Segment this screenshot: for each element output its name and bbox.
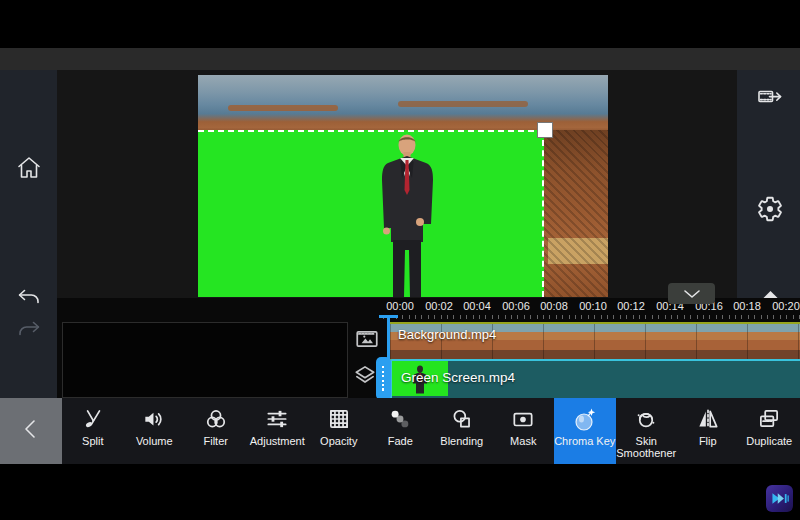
ruler-label: 00:12 xyxy=(612,300,650,312)
toolbar-flip-button[interactable]: Flip xyxy=(677,398,739,464)
ruler-label: 00:04 xyxy=(458,300,496,312)
skin-smoothener-icon xyxy=(633,406,659,436)
ruler-label: 00:20 xyxy=(767,300,800,312)
toolbar-duplicate-button[interactable]: Duplicate xyxy=(739,398,800,464)
home-button[interactable] xyxy=(0,148,57,192)
left-sidebar xyxy=(0,70,57,398)
toolbar-opacity-button[interactable]: Opacity xyxy=(308,398,370,464)
toolbar-split-button[interactable]: Split xyxy=(62,398,124,464)
toolbar-fade-button[interactable]: Fade xyxy=(370,398,432,464)
settings-button[interactable] xyxy=(740,191,800,231)
right-sidebar xyxy=(737,70,800,298)
toolbar-filter-button[interactable]: Filter xyxy=(185,398,247,464)
redo-button[interactable] xyxy=(0,310,57,354)
video-preview[interactable] xyxy=(198,75,608,297)
toolbar-label: Mask xyxy=(493,435,555,447)
edit-toolbar: Split Volume Filter Adjustment Opacity xyxy=(62,398,800,464)
toolbar-label: Split xyxy=(62,435,124,447)
venice-island xyxy=(228,105,338,111)
toolbar-label: Fade xyxy=(370,435,432,447)
redo-icon xyxy=(15,316,43,348)
film-photo-icon xyxy=(354,326,380,356)
home-icon xyxy=(14,153,44,187)
green-screen-person xyxy=(374,132,440,297)
toolbar-blending-button[interactable]: Blending xyxy=(431,398,493,464)
back-button[interactable] xyxy=(0,398,62,464)
ruler-label: 00:08 xyxy=(535,300,573,312)
toolbar-label: Skin Smoothener xyxy=(616,435,678,459)
timeline-ruler-ticks xyxy=(383,315,800,319)
duplicate-icon xyxy=(756,406,782,436)
toolbar-skin-smoothener-button[interactable]: Skin Smoothener xyxy=(616,398,678,464)
ruler-label: 00:06 xyxy=(497,300,535,312)
toolbar-label: Opacity xyxy=(308,435,370,447)
selection-resize-handle[interactable] xyxy=(537,122,553,138)
mask-icon xyxy=(510,406,536,436)
collapse-preview-button[interactable] xyxy=(668,283,715,304)
clip-background-mp4[interactable]: Background.mp4 xyxy=(390,322,800,361)
layers-icon xyxy=(352,362,378,392)
green-screen-overlay-selection[interactable] xyxy=(198,130,544,297)
toolbar-label: Blending xyxy=(431,435,493,447)
produce-export-button[interactable] xyxy=(740,78,800,118)
ruler-label: 00:18 xyxy=(728,300,766,312)
clip-green-screen-mp4[interactable]: Green Screen.mp4 xyxy=(390,359,800,398)
toolbar-volume-button[interactable]: Volume xyxy=(124,398,186,464)
video-track-header[interactable] xyxy=(352,326,382,356)
background-video-city xyxy=(544,130,608,297)
timeline[interactable]: 00:00 00:02 00:04 00:06 00:08 00:10 00:1… xyxy=(57,298,800,398)
blending-icon xyxy=(449,406,475,436)
toolbar-label: Duplicate xyxy=(739,435,800,447)
toolbar-mask-button[interactable]: Mask xyxy=(493,398,555,464)
toolbar-label: Chroma Key xyxy=(554,435,616,447)
opacity-icon xyxy=(326,406,352,436)
gear-icon xyxy=(756,195,784,227)
venice-building xyxy=(548,238,608,264)
powerdirector-logo xyxy=(766,485,793,512)
toolbar-chroma-key-button[interactable]: Chroma Key xyxy=(554,398,616,464)
toolbar-label: Filter xyxy=(185,435,247,447)
toolbar-adjustment-button[interactable]: Adjustment xyxy=(247,398,309,464)
playhead[interactable] xyxy=(387,315,390,398)
split-icon xyxy=(80,406,106,436)
ruler-label: 00:10 xyxy=(574,300,612,312)
clip-label: Green Screen.mp4 xyxy=(401,370,515,385)
ruler-label: 00:02 xyxy=(420,300,458,312)
venice-island xyxy=(398,101,528,107)
fade-icon xyxy=(387,406,413,436)
back-chevron-icon xyxy=(16,414,46,448)
volume-icon xyxy=(141,406,167,436)
bottom-letterbox xyxy=(0,464,800,520)
toolbar-label: Volume xyxy=(124,435,186,447)
ruler-label: 00:00 xyxy=(381,300,419,312)
filter-icon xyxy=(203,406,229,436)
flip-icon xyxy=(695,406,721,436)
toolbar-label: Adjustment xyxy=(247,435,309,447)
app-top-strip xyxy=(0,48,800,70)
produce-export-icon xyxy=(757,83,784,114)
adjustment-icon xyxy=(264,406,290,436)
toolbar-label: Flip xyxy=(677,435,739,447)
chevron-down-icon xyxy=(683,285,701,303)
timeline-empty-region xyxy=(62,322,348,398)
clip-label: Background.mp4 xyxy=(398,327,496,342)
chroma-key-icon xyxy=(571,406,599,438)
app-screen: 00:00 00:02 00:04 00:06 00:08 00:10 00:1… xyxy=(0,0,800,520)
